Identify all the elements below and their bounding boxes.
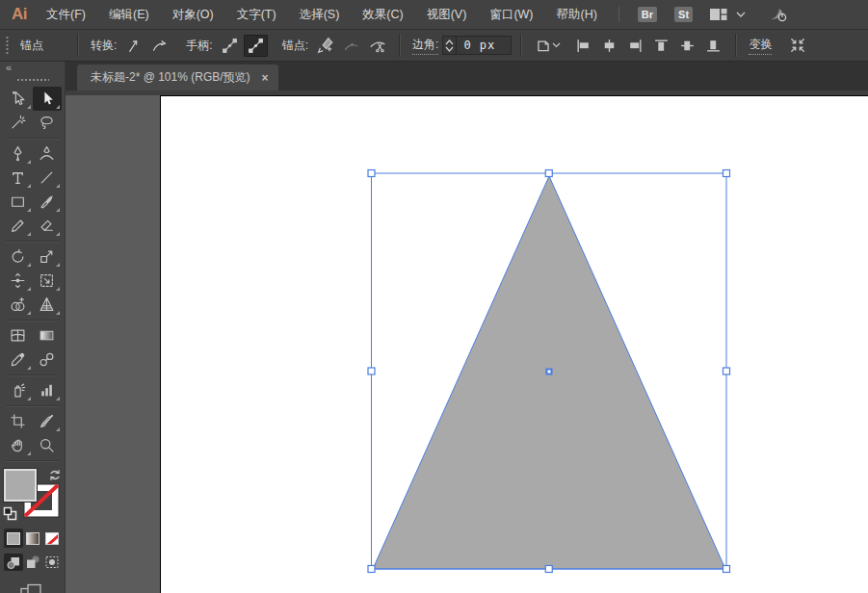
eraser-tool[interactable] (33, 214, 62, 238)
transform-panel-link[interactable]: 变换 (749, 37, 772, 55)
menu-item-5[interactable]: 效果(C) (351, 0, 414, 29)
slice-tool[interactable] (33, 409, 62, 433)
isolate-selected-object-button[interactable] (785, 35, 809, 57)
free-transform-tool[interactable] (33, 269, 62, 293)
selection-handle[interactable] (723, 368, 730, 374)
selection-handle[interactable] (368, 566, 375, 573)
default-fill-stroke-icon[interactable] (3, 506, 17, 521)
hand-tool[interactable] (4, 433, 33, 457)
draw-inside-button[interactable] (42, 554, 62, 571)
perspective-grid-tool[interactable] (33, 293, 62, 317)
perspective-grid-icon (39, 296, 55, 313)
none-button[interactable] (42, 529, 62, 548)
selection-center-point-inner (548, 371, 551, 374)
shape-builder-tool[interactable] (4, 293, 33, 317)
align-bottom-button[interactable] (701, 35, 725, 57)
pen-tool[interactable] (4, 142, 33, 166)
type-icon (10, 169, 26, 186)
magic-wand-tool[interactable] (4, 111, 33, 135)
change-screen-mode-button[interactable] (19, 582, 65, 593)
eyedropper-tool[interactable] (4, 348, 33, 372)
tool-row (4, 323, 62, 348)
line-segment-tool[interactable] (33, 166, 62, 190)
free-transform-icon (39, 272, 55, 289)
hide-handles-button[interactable] (244, 35, 268, 57)
close-icon[interactable]: × (262, 71, 269, 85)
menu-item-7[interactable]: 窗口(W) (478, 0, 544, 29)
panel-grip[interactable] (4, 35, 10, 56)
paint-style-buttons (4, 529, 65, 548)
rotate-icon (10, 248, 26, 265)
curvature-tool[interactable] (33, 142, 62, 166)
convert-to-smooth-button[interactable] (147, 35, 171, 57)
corner-stepper[interactable] (442, 36, 456, 55)
lasso-tool[interactable] (33, 111, 62, 135)
draw-normal-button[interactable] (4, 554, 23, 571)
selection-handle[interactable] (723, 170, 730, 177)
canvas[interactable] (66, 90, 868, 593)
menu-item-8[interactable]: 帮助(H) (545, 0, 609, 29)
gradient-button[interactable] (23, 529, 42, 548)
flyout-indicator (27, 184, 31, 188)
cut-path-button[interactable] (365, 35, 389, 57)
align-to-selection-dropdown[interactable] (531, 35, 564, 57)
tool-group-separator (6, 374, 60, 375)
panel-grip[interactable] (16, 78, 49, 83)
selection-handle[interactable] (545, 170, 552, 177)
selection-tool[interactable] (33, 87, 62, 111)
add-anchor-button[interactable] (313, 35, 337, 57)
swap-fill-stroke-icon[interactable] (48, 469, 62, 481)
mesh-tool[interactable] (4, 323, 33, 348)
paintbrush-tool[interactable] (33, 190, 62, 214)
zoom-tool[interactable] (33, 433, 62, 457)
menu-item-2[interactable]: 对象(O) (161, 0, 225, 29)
color-button[interactable] (4, 529, 23, 548)
selection-handle[interactable] (545, 566, 552, 573)
artboard-tool[interactable] (4, 409, 33, 433)
align-vertical-center-button[interactable] (675, 35, 699, 57)
corner-label[interactable]: 边角: (412, 37, 438, 55)
menu-item-3[interactable]: 文字(T) (225, 0, 288, 29)
collapse-panel-button[interactable]: « (0, 62, 65, 76)
show-handles-button[interactable] (218, 35, 242, 57)
rectangle-tool[interactable] (4, 190, 33, 214)
stock-badge[interactable]: St (674, 7, 693, 22)
direct-selection-icon (10, 90, 26, 107)
separator (77, 34, 78, 57)
menu-item-4[interactable]: 选择(S) (288, 0, 352, 29)
convert-to-corner-button[interactable] (121, 35, 145, 57)
menu-item-1[interactable]: 编辑(E) (97, 0, 161, 29)
bridge-badge[interactable]: Br (638, 7, 657, 22)
width-tool[interactable] (4, 269, 33, 293)
blend-tool[interactable] (33, 348, 62, 372)
corner-radius-input[interactable]: 0 px (456, 36, 512, 55)
workspace-switcher-icon[interactable] (709, 7, 747, 22)
align-left-button[interactable] (571, 35, 595, 57)
gradient-tool[interactable] (33, 323, 62, 348)
selection-handle[interactable] (723, 566, 730, 573)
align-horizontal-center-button[interactable] (597, 35, 621, 57)
selection-handle[interactable] (368, 368, 375, 374)
menu-item-0[interactable]: 文件(F) (35, 0, 97, 29)
rectangle-icon (10, 193, 26, 210)
draw-behind-button[interactable] (23, 554, 42, 571)
flyout-indicator (27, 232, 31, 236)
scale-tool[interactable] (33, 245, 62, 269)
direct-selection-tool[interactable] (4, 87, 33, 111)
selection-handle[interactable] (368, 170, 375, 177)
gpu-performance-icon[interactable] (768, 6, 789, 23)
column-graph-tool[interactable] (33, 378, 62, 402)
align-top-button[interactable] (649, 35, 673, 57)
menu-item-6[interactable]: 视图(V) (415, 0, 479, 29)
illustrator-window: Ai 文件(F)编辑(E)对象(O)文字(T)选择(S)效果(C)视图(V)窗口… (0, 0, 868, 593)
type-tool[interactable] (4, 166, 33, 190)
align-right-button[interactable] (623, 35, 647, 57)
rotate-tool[interactable] (4, 245, 33, 269)
slice-icon (39, 413, 55, 429)
shaper-tool[interactable] (4, 214, 33, 238)
menu-bar: Ai 文件(F)编辑(E)对象(O)文字(T)选择(S)效果(C)视图(V)窗口… (0, 0, 868, 29)
fill-color-swatch[interactable] (4, 469, 37, 502)
symbol-sprayer-tool[interactable] (4, 378, 33, 402)
flyout-indicator (27, 366, 31, 370)
document-tab[interactable]: 未标题-2* @ 101% (RGB/预览) × (77, 64, 278, 90)
